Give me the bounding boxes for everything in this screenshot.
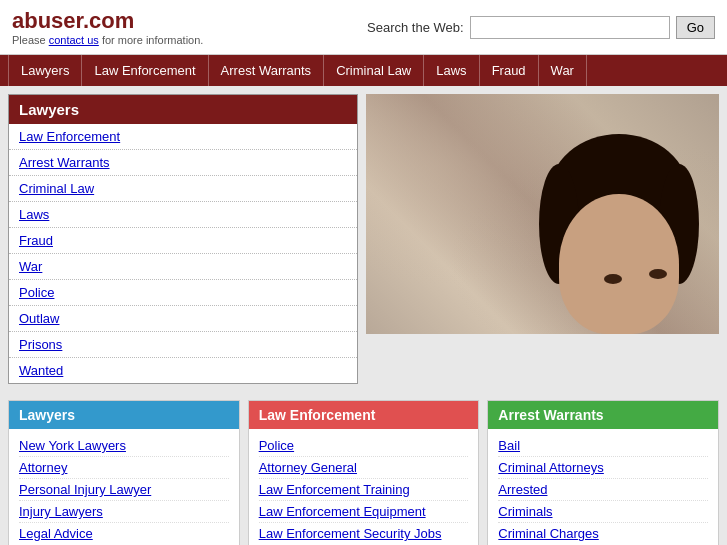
lawyers-list-link[interactable]: Police bbox=[19, 285, 54, 300]
nav-item-law-enforcement[interactable]: Law Enforcement bbox=[82, 55, 208, 86]
list-item: Attorney General bbox=[259, 457, 469, 479]
list-item: Personal Injury Lawyer bbox=[19, 479, 229, 501]
list-item: Injury Lawyers bbox=[19, 501, 229, 523]
list-item: Attorney bbox=[19, 457, 229, 479]
lawyers-box: Lawyers Law EnforcementArrest WarrantsCr… bbox=[8, 94, 358, 384]
list-item: Criminal Law bbox=[9, 176, 357, 202]
lawyers-list-link[interactable]: Outlaw bbox=[19, 311, 59, 326]
list-item: Police bbox=[259, 435, 469, 457]
lawyers-list-link[interactable]: War bbox=[19, 259, 42, 274]
list-item: Outlaw bbox=[9, 306, 357, 332]
card-list: PoliceAttorney GeneralLaw Enforcement Tr… bbox=[249, 429, 479, 545]
card-link[interactable]: Legal Advice bbox=[19, 526, 93, 541]
nav-item-arrest-warrants[interactable]: Arrest Warrants bbox=[209, 55, 325, 86]
card-list: New York LawyersAttorneyPersonal Injury … bbox=[9, 429, 239, 545]
lawyers-list-link[interactable]: Laws bbox=[19, 207, 49, 222]
card-link[interactable]: Attorney bbox=[19, 460, 67, 475]
list-item: Bail bbox=[498, 435, 708, 457]
site-subtitle: Please contact us for more information. bbox=[12, 34, 203, 46]
right-panel bbox=[366, 94, 719, 384]
list-item: Police bbox=[9, 280, 357, 306]
card-law-enforcement: Law EnforcementPoliceAttorney GeneralLaw… bbox=[248, 400, 480, 545]
search-button[interactable]: Go bbox=[676, 16, 715, 39]
nav-item-war[interactable]: War bbox=[539, 55, 587, 86]
card-title: Arrest Warrants bbox=[488, 401, 718, 429]
search-input[interactable] bbox=[470, 16, 670, 39]
subtitle-text: Please bbox=[12, 34, 46, 46]
list-item: Law Enforcement Training bbox=[259, 479, 469, 501]
card-link[interactable]: Law Enforcement Equipment bbox=[259, 504, 426, 519]
header: abuser.com Please contact us for more in… bbox=[0, 0, 727, 55]
card-link[interactable]: Personal Injury Lawyer bbox=[19, 482, 151, 497]
card-arrest-warrants: Arrest WarrantsBailCriminal AttorneysArr… bbox=[487, 400, 719, 545]
card-lawyers: LawyersNew York LawyersAttorneyPersonal … bbox=[8, 400, 240, 545]
search-label: Search the Web: bbox=[367, 20, 464, 35]
list-item: Criminal Attorneys bbox=[498, 457, 708, 479]
card-link[interactable]: Attorney General bbox=[259, 460, 357, 475]
list-item: Prisons bbox=[9, 332, 357, 358]
list-item: New York Lawyers bbox=[19, 435, 229, 457]
list-item: Wanted bbox=[9, 358, 357, 383]
card-link[interactable]: Criminals bbox=[498, 504, 552, 519]
list-item: Arrest Warrants bbox=[9, 150, 357, 176]
card-link[interactable]: Police bbox=[259, 438, 294, 453]
card-link[interactable]: Law Enforcement Training bbox=[259, 482, 410, 497]
card-title: Law Enforcement bbox=[249, 401, 479, 429]
card-link[interactable]: Injury Lawyers bbox=[19, 504, 103, 519]
list-item: Criminals bbox=[498, 501, 708, 523]
lawyers-list-link[interactable]: Prisons bbox=[19, 337, 62, 352]
feature-image bbox=[366, 94, 719, 334]
bottom-cards: LawyersNew York LawyersAttorneyPersonal … bbox=[0, 392, 727, 545]
card-title: Lawyers bbox=[9, 401, 239, 429]
lawyers-list-link[interactable]: Arrest Warrants bbox=[19, 155, 110, 170]
list-item: Criminal Charges bbox=[498, 523, 708, 544]
lawyers-list-link[interactable]: Criminal Law bbox=[19, 181, 94, 196]
navbar: LawyersLaw EnforcementArrest WarrantsCri… bbox=[0, 55, 727, 86]
list-item: Law Enforcement bbox=[9, 124, 357, 150]
card-link[interactable]: Criminal Charges bbox=[498, 526, 598, 541]
subtitle-suffix: for more information. bbox=[102, 34, 203, 46]
left-panel: Lawyers Law EnforcementArrest WarrantsCr… bbox=[8, 94, 358, 384]
lawyers-list-link[interactable]: Fraud bbox=[19, 233, 53, 248]
list-item: Law Enforcement Security Jobs bbox=[259, 523, 469, 544]
header-left: abuser.com Please contact us for more in… bbox=[12, 8, 203, 46]
main-content: Lawyers Law EnforcementArrest WarrantsCr… bbox=[0, 86, 727, 392]
card-link[interactable]: Arrested bbox=[498, 482, 547, 497]
list-item: Arrested bbox=[498, 479, 708, 501]
card-link[interactable]: Law Enforcement Security Jobs bbox=[259, 526, 442, 541]
nav-item-lawyers[interactable]: Lawyers bbox=[8, 55, 82, 86]
contact-link[interactable]: contact us bbox=[49, 34, 99, 46]
nav-item-criminal-law[interactable]: Criminal Law bbox=[324, 55, 424, 86]
nav-item-laws[interactable]: Laws bbox=[424, 55, 479, 86]
nav-item-fraud[interactable]: Fraud bbox=[480, 55, 539, 86]
list-item: Fraud bbox=[9, 228, 357, 254]
lawyers-list-link[interactable]: Law Enforcement bbox=[19, 129, 120, 144]
list-item: Laws bbox=[9, 202, 357, 228]
site-title: abuser.com bbox=[12, 8, 203, 34]
face-decoration bbox=[539, 134, 699, 334]
card-link[interactable]: Bail bbox=[498, 438, 520, 453]
lawyers-list: Law EnforcementArrest WarrantsCriminal L… bbox=[9, 124, 357, 383]
card-link[interactable]: New York Lawyers bbox=[19, 438, 126, 453]
list-item: Law Enforcement Equipment bbox=[259, 501, 469, 523]
list-item: War bbox=[9, 254, 357, 280]
search-area: Search the Web: Go bbox=[367, 16, 715, 39]
list-item: Legal Advice bbox=[19, 523, 229, 544]
lawyers-box-title: Lawyers bbox=[9, 95, 357, 124]
lawyers-list-link[interactable]: Wanted bbox=[19, 363, 63, 378]
card-link[interactable]: Criminal Attorneys bbox=[498, 460, 603, 475]
card-list: BailCriminal AttorneysArrestedCriminalsC… bbox=[488, 429, 718, 545]
